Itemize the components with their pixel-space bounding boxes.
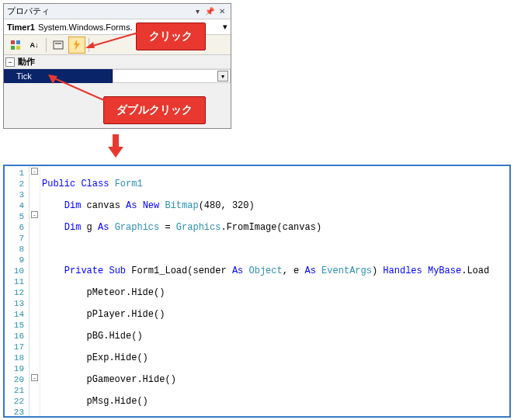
arrow-to-events-button (85, 31, 140, 50)
properties-titlebar: プロパティ ▾ 📌 ✕ (4, 4, 231, 19)
svg-rect-4 (54, 41, 63, 49)
properties-title: プロパティ (7, 5, 190, 17)
down-arrow-icon (108, 134, 123, 158)
svg-rect-3 (16, 46, 20, 50)
svg-rect-0 (11, 40, 15, 44)
svg-line-6 (90, 33, 138, 47)
properties-button[interactable] (50, 36, 67, 54)
category-label: 動作 (18, 56, 35, 68)
fold-toggle[interactable]: - (31, 168, 38, 175)
code-editor[interactable]: 1234567891011121314151617181920212223 - … (3, 165, 511, 418)
svg-rect-10 (113, 134, 119, 147)
object-name: Timer1 (7, 23, 35, 32)
line-number-gutter: 1234567891011121314151617181920212223 (5, 166, 30, 416)
svg-line-8 (53, 78, 106, 101)
chevron-down-icon[interactable]: ▾ (223, 22, 227, 32)
event-value[interactable]: ▾ (113, 69, 231, 83)
callout-dblclick: ダブルクリック (103, 96, 206, 124)
svg-marker-7 (85, 42, 95, 48)
toolbar-separator (46, 38, 47, 52)
alphabetical-button[interactable]: A↓ (26, 36, 43, 54)
pin-icon[interactable]: 📌 (204, 6, 215, 17)
close-icon[interactable]: ✕ (217, 6, 227, 17)
collapse-icon[interactable]: − (5, 57, 15, 67)
callout-click: クリック (136, 23, 206, 50)
fold-toggle[interactable]: - (31, 211, 38, 218)
chevron-down-icon[interactable]: ▾ (217, 71, 228, 82)
event-row-tick[interactable]: Tick ▾ (4, 69, 231, 83)
categorized-button[interactable] (7, 36, 24, 54)
fold-column: - - - (30, 166, 40, 416)
svg-rect-5 (55, 43, 61, 44)
code-content[interactable]: Public Class Form1 Dim canvas As New Bit… (40, 166, 509, 416)
events-button[interactable] (68, 36, 85, 54)
object-type: System.Windows.Forms. (38, 23, 133, 32)
svg-marker-11 (108, 147, 123, 158)
svg-rect-2 (11, 46, 15, 50)
dropdown-icon[interactable]: ▾ (192, 6, 203, 17)
arrow-to-tick-row (47, 75, 109, 102)
category-row[interactable]: − 動作 (4, 55, 231, 69)
fold-toggle[interactable]: - (31, 374, 38, 381)
svg-rect-1 (16, 40, 20, 44)
